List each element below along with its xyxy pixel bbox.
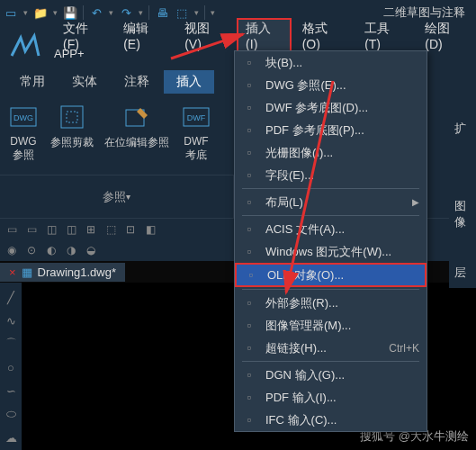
ribbon-label: 参照剪裁 xyxy=(50,135,94,150)
menu-tools[interactable]: 工具(T) xyxy=(355,18,414,54)
xref-icon: ▫ xyxy=(242,296,256,310)
menu-item-layout[interactable]: ▫布局(L)▶ xyxy=(235,191,427,213)
menu-item-block[interactable]: ▫块(B)... xyxy=(235,51,427,74)
icon[interactable]: ⊡ xyxy=(122,221,139,238)
panel-title: 参照 xyxy=(103,189,126,205)
right-panel: 扩 图像 层 xyxy=(449,113,476,288)
acis-icon: ▫ xyxy=(242,222,256,237)
circle-icon[interactable]: ○ xyxy=(2,358,20,376)
svg-rect-3 xyxy=(67,112,77,122)
ribbon-clip-ref[interactable]: 参照剪裁 xyxy=(50,101,94,175)
menu-label: DWG 参照(E)... xyxy=(265,77,346,94)
ribbon-label: DWF 考底 xyxy=(184,135,208,163)
img-icon: ▫ xyxy=(242,146,256,160)
icon[interactable]: ⬚ xyxy=(103,221,119,238)
icon[interactable]: ◑ xyxy=(63,242,79,258)
polyline-icon[interactable]: ∿ xyxy=(2,311,20,329)
menu-label: 超链接(H)... xyxy=(265,340,327,356)
menu-label: 外部参照(R)... xyxy=(265,295,338,311)
menu-item-ifc[interactable]: ▫IFC 输入(C)... xyxy=(235,409,427,431)
left-toolbar: ╱ ∿ ⌒ ○ ∽ ⬭ ☁ ▭ xyxy=(0,283,22,450)
tab-common[interactable]: 常用 xyxy=(7,70,58,94)
icon[interactable]: ◧ xyxy=(142,221,158,238)
icon[interactable]: ▭ xyxy=(4,221,20,238)
cloud-icon[interactable]: ☁ xyxy=(2,428,20,446)
field-icon: ▫ xyxy=(242,168,256,183)
menu-item-pdfin[interactable]: ▫PDF 输入(I)... xyxy=(235,386,427,409)
menu-item-imgmgr[interactable]: ▫图像管理器(M)... xyxy=(235,314,427,337)
icon[interactable]: ⊙ xyxy=(23,242,40,258)
svg-text:DWF: DWF xyxy=(187,113,206,122)
block-icon: ▫ xyxy=(242,56,256,70)
dwf-icon: ▫ xyxy=(242,101,256,115)
pdf-icon: ▫ xyxy=(242,123,256,138)
menu-insert[interactable]: 插入(I) xyxy=(237,18,292,54)
menu-view[interactable]: 视图(V) xyxy=(175,18,235,54)
menu-item-pdf[interactable]: ▫PDF 参考底图(P)... xyxy=(235,119,427,141)
menu-label: PDF 输入(I)... xyxy=(265,390,337,406)
menu-label: 字段(E)... xyxy=(265,167,314,184)
menu-label: ACIS 文件(A)... xyxy=(265,221,345,238)
layout-icon: ▫ xyxy=(242,195,256,210)
menu-edit[interactable]: 编辑(E) xyxy=(114,18,174,54)
icon[interactable]: ◒ xyxy=(83,242,99,258)
link-icon: ▫ xyxy=(242,341,256,356)
spline-icon[interactable]: ∽ xyxy=(2,382,20,400)
new-icon[interactable]: ▭ xyxy=(4,5,18,20)
dwg-icon: ▫ xyxy=(242,78,256,93)
ribbon-dwg-ref[interactable]: DWG DWG 参照 xyxy=(7,101,40,175)
menu-item-dwg[interactable]: ▫DWG 参照(E)... xyxy=(235,74,427,96)
ribbon-label: DWG 参照 xyxy=(10,135,36,163)
menu-label: 图像管理器(M)... xyxy=(265,318,351,334)
imgmgr-icon: ▫ xyxy=(242,319,256,333)
menu-label: PDF 参考底图(P)... xyxy=(265,122,364,139)
menu-item-acis[interactable]: ▫ACIS 文件(A)... xyxy=(235,218,427,240)
ifc-icon: ▫ xyxy=(242,413,256,428)
ribbon-edit-ref[interactable]: 在位编辑参照 xyxy=(104,101,169,175)
icon[interactable]: ◐ xyxy=(43,242,59,258)
dgn-icon: ▫ xyxy=(242,368,256,382)
ole-icon: ▫ xyxy=(244,268,258,283)
ribbon-dwf-underlay[interactable]: DWF DWF 考底 xyxy=(180,101,212,175)
tab-solid[interactable]: 实体 xyxy=(59,70,110,94)
menu-item-xref[interactable]: ▫外部参照(R)... xyxy=(235,292,427,314)
wmf-icon: ▫ xyxy=(242,245,256,259)
menu-label: DGN 输入(G)... xyxy=(265,367,345,383)
menu-item-wmf[interactable]: ▫Windows 图元文件(W)... xyxy=(235,240,427,263)
menu-label: 块(B)... xyxy=(265,55,302,71)
line-icon[interactable]: ╱ xyxy=(2,288,20,306)
document-tab[interactable]: × ▦ Drawing1.dwg* xyxy=(0,263,125,282)
menu-item-dwf[interactable]: ▫DWF 参考底图(D)... xyxy=(235,96,427,119)
open-icon[interactable]: 📁 xyxy=(33,5,48,20)
pdfin-icon: ▫ xyxy=(242,391,256,405)
icon[interactable]: ◉ xyxy=(4,242,20,258)
svg-text:DWG: DWG xyxy=(13,113,33,122)
menu-bar: 文件(F) 编辑(E) 视图(V) 插入(I) 格式(O) 工具(T) 绘图(D… xyxy=(0,25,476,47)
menu-item-ole[interactable]: ▫OLE 对象(O)... xyxy=(235,263,427,287)
menu-item-dgn[interactable]: ▫DGN 输入(G)... xyxy=(235,364,427,386)
menu-draw[interactable]: 绘图(D) xyxy=(416,18,476,54)
icon[interactable]: ◫ xyxy=(43,221,59,238)
menu-label: OLE 对象(O)... xyxy=(267,267,344,284)
menu-label: DWF 参考底图(D)... xyxy=(265,100,368,116)
ellipse-icon[interactable]: ⬭ xyxy=(2,405,20,423)
app-logo[interactable] xyxy=(4,25,47,68)
menu-label: IFC 输入(C)... xyxy=(265,412,337,428)
menu-item-link[interactable]: ▫超链接(H)...Ctrl+K xyxy=(235,337,427,359)
menu-format[interactable]: 格式(O) xyxy=(293,18,354,54)
menu-label: Windows 图元文件(W)... xyxy=(265,244,391,260)
icon[interactable]: ◫ xyxy=(63,221,79,238)
insert-menu-dropdown: ▫块(B)...▫DWG 参照(E)...▫DWF 参考底图(D)...▫PDF… xyxy=(234,50,427,432)
tab-insert[interactable]: 插入 xyxy=(164,70,214,94)
menu-label: 布局(L) xyxy=(265,194,303,211)
doc-name: Drawing1.dwg* xyxy=(38,266,116,279)
tab-annotate[interactable]: 注释 xyxy=(112,70,162,94)
svg-rect-2 xyxy=(61,106,83,128)
menu-item-field[interactable]: ▫字段(E)... xyxy=(235,164,427,186)
menu-label: 光栅图像(I)... xyxy=(265,145,333,161)
ribbon-label: 在位编辑参照 xyxy=(104,135,169,150)
icon[interactable]: ⊞ xyxy=(83,221,99,238)
arc-icon[interactable]: ⌒ xyxy=(2,335,20,353)
icon[interactable]: ▭ xyxy=(23,221,40,238)
menu-item-img[interactable]: ▫光栅图像(I)... xyxy=(235,141,427,164)
